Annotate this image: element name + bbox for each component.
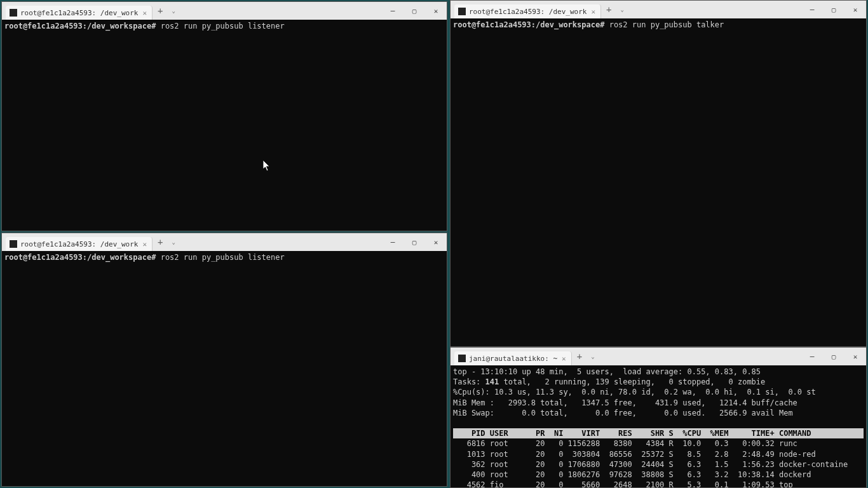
minimize-button[interactable]: ─: [801, 348, 823, 365]
minimize-button[interactable]: ─: [382, 233, 403, 251]
tab-dropdown-icon[interactable]: ⌄: [168, 8, 179, 14]
tab-title: jani@rautalaatikko: ~: [469, 355, 557, 363]
tab-dropdown-icon[interactable]: ⌄: [168, 239, 179, 245]
top-swap-line: MiB Swap: 0.0 total, 0.0 free, 0.0 used.…: [453, 408, 864, 418]
command: ros2 run py_pubsub listener: [161, 22, 285, 30]
tab-dropdown-icon[interactable]: ⌄: [587, 353, 598, 360]
command: ros2 run py_pubsub talker: [609, 20, 724, 29]
terminal-body[interactable]: root@fe1c1a2a4593:/dev_workspace# ros2 r…: [2, 20, 447, 231]
top-mem-line: MiB Mem : 2993.8 total, 1347.5 free, 431…: [453, 398, 864, 408]
maximize-button[interactable]: ▢: [823, 348, 844, 365]
close-button[interactable]: ✕: [844, 1, 866, 18]
close-button[interactable]: ✕: [844, 348, 866, 365]
new-tab-button[interactable]: +: [153, 237, 168, 247]
maximize-button[interactable]: ▢: [403, 2, 425, 20]
close-button[interactable]: ✕: [425, 2, 447, 20]
tab[interactable]: root@fe1c1a2a4593: /dev_work ✕: [6, 6, 153, 20]
titlebar[interactable]: root@fe1c1a2a4593: /dev_work ✕ + ⌄ ─ ▢ ✕: [2, 233, 447, 251]
terminal-icon: [10, 240, 17, 248]
terminal-window-bottom-right[interactable]: jani@rautalaatikko: ~ ✕ + ⌄ ─ ▢ ✕ top - …: [450, 347, 867, 488]
top-process-row: 6816 root 20 0 1156288 8380 4384 R 10.0 …: [453, 438, 864, 449]
terminal-icon: [458, 355, 466, 362]
terminal-window-bottom-left[interactable]: root@fe1c1a2a4593: /dev_work ✕ + ⌄ ─ ▢ ✕…: [1, 233, 447, 487]
tab-title: root@fe1c1a2a4593: /dev_work: [20, 240, 138, 248]
terminal-window-top-right[interactable]: root@fe1c1a2a4593: /dev_work ✕ + ⌄ ─ ▢ ✕…: [450, 0, 867, 347]
new-tab-button[interactable]: +: [153, 6, 168, 16]
close-tab-icon[interactable]: ✕: [560, 355, 567, 363]
maximize-button[interactable]: ▢: [823, 1, 844, 18]
tab-title: root@fe1c1a2a4593: /dev_work: [20, 9, 138, 17]
tab-dropdown-icon[interactable]: ⌄: [617, 6, 628, 13]
prompt: root@fe1c1a2a4593:/dev_workspace#: [4, 253, 156, 262]
close-button[interactable]: ✕: [425, 233, 447, 251]
titlebar[interactable]: root@fe1c1a2a4593: /dev_work ✕ + ⌄ ─ ▢ ✕: [2, 2, 447, 20]
minimize-button[interactable]: ─: [382, 2, 403, 20]
close-tab-icon[interactable]: ✕: [141, 240, 148, 248]
tab[interactable]: jani@rautalaatikko: ~ ✕: [454, 351, 572, 365]
command: ros2 run py_pubsub listener: [161, 253, 285, 262]
terminal-body-top[interactable]: top - 13:10:10 up 48 min, 5 users, load …: [451, 365, 866, 487]
top-summary-line: top - 13:10:10 up 48 min, 5 users, load …: [453, 367, 864, 377]
top-tasks-line: Tasks: 141 total, 2 running, 139 sleepin…: [453, 377, 864, 387]
titlebar[interactable]: root@fe1c1a2a4593: /dev_work ✕ + ⌄ ─ ▢ ✕: [451, 1, 866, 18]
minimize-button[interactable]: ─: [801, 1, 823, 18]
terminal-icon: [10, 9, 17, 17]
tab[interactable]: root@fe1c1a2a4593: /dev_work ✕: [454, 4, 601, 18]
top-process-row: 400 root 20 0 1806276 97628 38808 S 6.3 …: [453, 470, 864, 480]
terminal-body[interactable]: root@fe1c1a2a4593:/dev_workspace# ros2 r…: [2, 251, 447, 486]
top-blank-line: [453, 418, 864, 428]
top-process-row: 362 root 20 0 1706880 47300 24404 S 6.3 …: [453, 459, 864, 470]
maximize-button[interactable]: ▢: [403, 233, 425, 251]
close-tab-icon[interactable]: ✕: [141, 9, 148, 17]
top-process-row: 1013 root 20 0 303804 86556 25372 S 8.5 …: [453, 449, 864, 459]
close-tab-icon[interactable]: ✕: [590, 8, 597, 16]
terminal-body[interactable]: root@fe1c1a2a4593:/dev_workspace# ros2 r…: [451, 18, 866, 346]
terminal-icon: [458, 8, 466, 15]
tab[interactable]: root@fe1c1a2a4593: /dev_work ✕: [6, 237, 153, 251]
top-cpu-line: %Cpu(s): 10.3 us, 11.3 sy, 0.0 ni, 78.0 …: [453, 387, 864, 397]
prompt: root@fe1c1a2a4593:/dev_workspace#: [4, 22, 156, 30]
new-tab-button[interactable]: +: [601, 4, 616, 15]
titlebar[interactable]: jani@rautalaatikko: ~ ✕ + ⌄ ─ ▢ ✕: [451, 348, 866, 365]
top-header-row: PID USER PR NI VIRT RES SHR S %CPU %MEM …: [453, 428, 864, 438]
terminal-window-top-left[interactable]: root@fe1c1a2a4593: /dev_work ✕ + ⌄ ─ ▢ ✕…: [1, 1, 447, 231]
top-process-row: 4562 fio 20 0 5660 2648 2100 R 5.3 0.1 1…: [453, 480, 864, 487]
prompt: root@fe1c1a2a4593:/dev_workspace#: [453, 20, 604, 29]
tab-title: root@fe1c1a2a4593: /dev_work: [469, 8, 587, 16]
new-tab-button[interactable]: +: [572, 351, 587, 362]
